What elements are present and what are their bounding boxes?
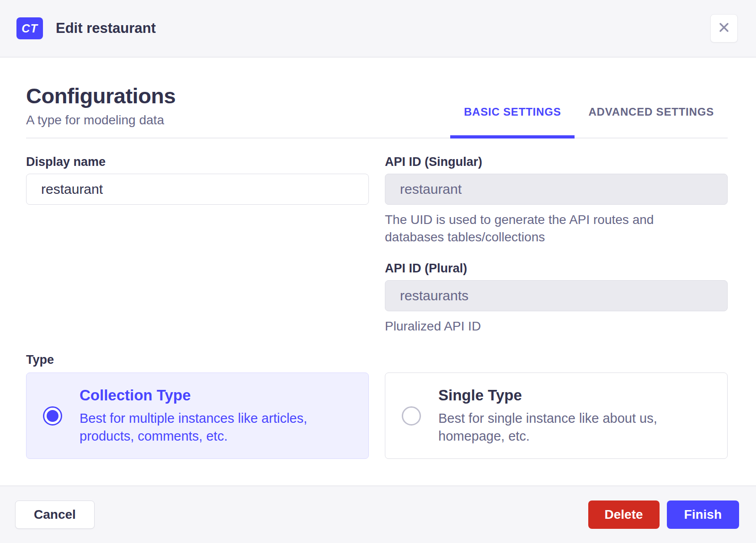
edit-content-type-modal: CT Edit restaurant Configurations A type… [0, 0, 756, 543]
type-label: Type [26, 353, 728, 367]
single-type-title: Single Type [438, 387, 711, 404]
finish-button[interactable]: Finish [667, 500, 739, 529]
page-subtitle: A type for modeling data [26, 113, 176, 128]
api-id-plural-field-group: API ID (Plural) Pluralized API ID [385, 261, 728, 335]
single-type-radio[interactable] [402, 406, 421, 426]
single-type-option[interactable]: Single Type Best for single instance lik… [385, 373, 728, 459]
type-section: Type Collection Type Best for multiple i… [26, 353, 728, 459]
section-header: Configurations A type for modeling data … [26, 83, 728, 138]
api-id-plural-hint: Pluralized API ID [385, 318, 696, 335]
content-type-badge: CT [16, 17, 43, 39]
single-type-text: Single Type Best for single instance lik… [438, 387, 711, 445]
left-column: Display name [26, 155, 369, 335]
collection-type-text: Collection Type Best for multiple instan… [80, 387, 352, 445]
api-id-plural-label: API ID (Plural) [385, 261, 728, 276]
tab-advanced-settings[interactable]: ADVANCED SETTINGS [575, 106, 728, 138]
collection-type-description: Best for multiple instances like article… [80, 410, 352, 445]
collection-type-option[interactable]: Collection Type Best for multiple instan… [26, 373, 369, 459]
api-id-singular-hint: The UID is used to generate the API rout… [385, 211, 696, 246]
collection-type-title: Collection Type [80, 387, 352, 404]
modal-header: CT Edit restaurant [0, 0, 756, 58]
api-id-singular-label: API ID (Singular) [385, 155, 728, 169]
display-name-field-group: Display name [26, 155, 369, 205]
tab-basic-settings[interactable]: BASIC SETTINGS [450, 106, 575, 138]
single-type-description: Best for single instance like about us, … [438, 410, 711, 445]
delete-button[interactable]: Delete [588, 500, 660, 529]
close-icon [717, 21, 731, 36]
display-name-label: Display name [26, 155, 369, 169]
right-column: API ID (Singular) The UID is used to gen… [385, 155, 728, 335]
page-title: Configurations [26, 83, 176, 108]
collection-type-radio[interactable] [43, 406, 62, 426]
section-heading-block: Configurations A type for modeling data [26, 83, 176, 138]
form-fields: Display name API ID (Singular) The UID i… [26, 155, 728, 335]
display-name-input[interactable] [26, 174, 369, 205]
cancel-button[interactable]: Cancel [15, 500, 95, 529]
api-id-plural-input [385, 280, 728, 311]
api-id-singular-input [385, 174, 728, 205]
modal-title: Edit restaurant [56, 20, 156, 37]
content-type-badge-label: CT [21, 22, 37, 35]
modal-body: Configurations A type for modeling data … [0, 58, 756, 485]
tab-bar: BASIC SETTINGS ADVANCED SETTINGS [450, 106, 728, 138]
close-button[interactable] [710, 14, 738, 43]
api-id-singular-field-group: API ID (Singular) The UID is used to gen… [385, 155, 728, 246]
type-options: Collection Type Best for multiple instan… [26, 373, 728, 459]
modal-footer: Cancel Delete Finish [0, 485, 756, 543]
